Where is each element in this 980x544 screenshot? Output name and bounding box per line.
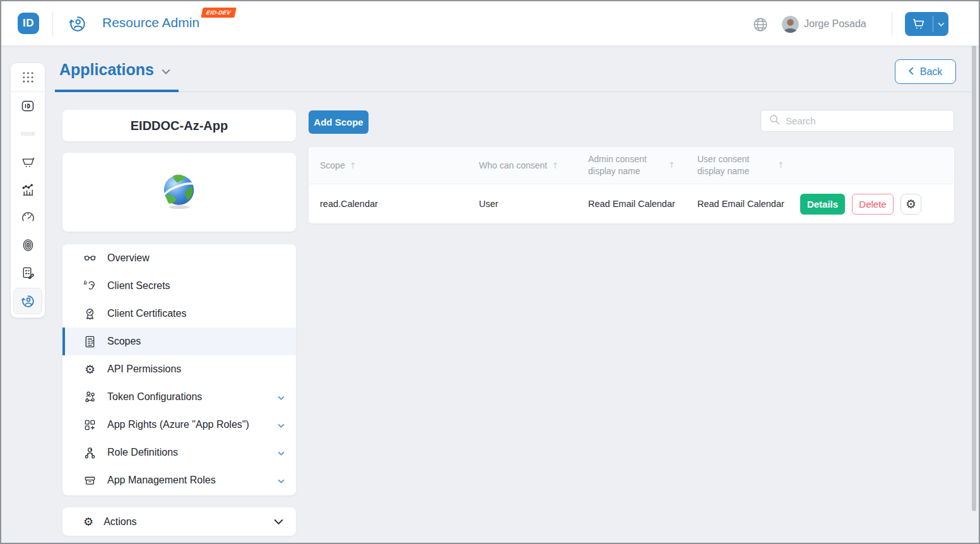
active-tab-indicator [55,90,179,92]
chevron-down-icon [278,419,285,430]
menu-item-label: Client Certificates [107,308,186,319]
environment-badge: EID-DEV [201,8,236,18]
scopes-table: Scope↑ Who can consent↑ Admin consent di… [309,147,954,223]
chevron-down-icon [278,391,285,403]
menu-item-label: API Permissions [107,364,181,375]
document-icon [83,335,97,348]
details-button[interactable]: Details [800,194,845,215]
resource-admin-icon [68,14,88,34]
gear-icon: ⚙ [83,363,97,376]
cell-admin-consent-display-name: Read Email Calendar [588,184,675,223]
company-logo[interactable]: ID [18,13,39,34]
header-divider [52,12,53,35]
chevron-left-icon [909,66,914,78]
sort-arrow-icon: ↑ [777,160,784,171]
globe-logo [160,172,199,213]
chevron-down-icon[interactable] [933,22,948,27]
column-header-scope[interactable]: Scope↑ [320,147,357,184]
top-header: ID Resource Admin EID-DEV [1,1,979,46]
archive-icon [83,474,97,487]
app-logo-card [62,153,296,232]
menu-item-app-rights[interactable]: App Rights (Azure "App Roles") [62,411,296,439]
analytics-icon[interactable] [11,175,45,203]
menu-item-label: Token Configurations [107,391,202,403]
glasses-icon [83,252,97,265]
logo-text: ID [23,17,34,30]
certificate-icon [83,307,97,321]
search-input[interactable] [786,115,953,126]
network-icon [83,391,97,404]
grid-plus-icon [83,418,97,432]
form-edit-icon[interactable] [11,259,45,287]
sort-arrow-icon: ↑ [350,161,357,170]
apps-grid-icon[interactable] [11,63,45,92]
applications-dropdown[interactable]: Applications [59,61,170,79]
add-scope-button[interactable]: Add Scope [309,110,369,134]
app-window: ID Resource Admin EID-DEV [0,0,980,544]
sort-arrow-icon: ↑ [668,160,675,171]
menu-item-label: App Rights (Azure "App Roles") [107,419,249,430]
menu-item-label: Overview [107,252,150,264]
menu-item-role-definitions[interactable]: Role Definitions [62,439,296,466]
menu-item-label: Role Definitions [107,447,178,458]
tab-underline [55,92,973,92]
menu-item-overview[interactable]: Overview [62,244,296,272]
user-name[interactable]: Jorge Posada [804,18,866,30]
menu-item-label: Client Secrets [107,280,170,292]
globe-icon[interactable] [752,16,769,33]
chevron-down-icon [278,475,285,486]
cell-user-consent-display-name: Read Email Calendar [697,184,784,223]
id-badge-icon[interactable] [11,92,45,120]
menu-item-label: App Management Roles [107,475,216,486]
menu-item-client-secrets[interactable]: Client Secrets [62,272,296,300]
resource-admin-icon[interactable] [13,288,42,314]
cart-icon [905,17,933,31]
chevron-down-icon [274,516,283,528]
fingerprint-icon[interactable] [11,231,45,259]
app-name: EIDDOC-Az-App [131,119,228,133]
column-header-admin-consent[interactable]: Admin consent display name↑ [588,147,675,184]
table-header-row: Scope↑ Who can consent↑ Admin consent di… [309,147,954,184]
actions-dropdown[interactable]: ⚙ Actions [62,507,296,536]
column-header-who-can-consent[interactable]: Who can consent↑ [479,147,558,184]
gear-icon: ⚙ [83,515,93,528]
menu-item-token-configurations[interactable]: Token Configurations [62,383,296,411]
column-header-user-consent[interactable]: User consent display name↑ [697,147,784,184]
icon-rail [10,62,45,318]
cell-who-can-consent: User [479,184,499,223]
gear-icon: ⚙ [906,197,916,211]
app-section-menu: Overview Client Secrets Client Certi [62,244,296,495]
app-name-card: EIDDOC-Az-App [62,110,296,141]
delete-button[interactable]: Delete [852,194,894,215]
actions-label: Actions [103,516,136,528]
cell-scope: read.Calendar [320,184,378,223]
app-title: Resource Admin [102,15,199,30]
back-button[interactable]: Back [895,59,956,84]
barcode-icon[interactable] [11,120,45,148]
search-icon [769,114,780,127]
chevron-down-icon [162,66,170,77]
menu-item-scopes[interactable]: Scopes [62,328,296,355]
menu-item-api-permissions[interactable]: ⚙ API Permissions [62,355,296,383]
scrollbar-thumb[interactable] [972,6,976,511]
row-settings-button[interactable]: ⚙ [900,194,921,215]
role-icon [83,446,97,459]
avatar[interactable] [782,16,799,33]
ear-icon [83,280,97,293]
gauge-icon[interactable] [11,203,45,231]
menu-item-client-certificates[interactable]: Client Certificates [62,300,296,328]
cart-button[interactable] [905,12,948,36]
sort-arrow-icon: ↑ [552,161,558,170]
chevron-down-icon [278,447,285,458]
header-divider [892,12,892,35]
menu-item-app-management-roles[interactable]: App Management Roles [62,466,296,494]
cart-icon[interactable] [11,148,45,175]
page-title: Applications [59,61,154,79]
back-label: Back [920,66,943,78]
menu-item-label: Scopes [107,336,141,347]
table-row: read.Calendar User Read Email Calendar R… [309,184,954,223]
search-box [760,110,954,132]
